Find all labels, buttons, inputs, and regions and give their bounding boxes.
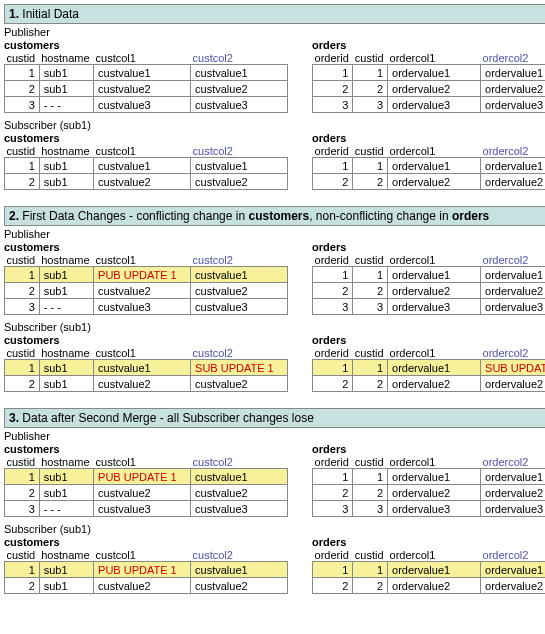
col-custid: custid (353, 145, 388, 158)
cell-ordercol2: ordervalue2 (481, 81, 545, 97)
cell-custid: 3 (353, 299, 388, 315)
cell-ordercol2: ordervalue2 (481, 578, 545, 594)
customers-table-pub: custidhostnamecustcol1custcol21sub1PUB U… (4, 254, 288, 315)
cell-orderid: 3 (313, 97, 353, 113)
cell-custid: 1 (353, 158, 388, 174)
cell-custcol1: PUB UPDATE 1 (94, 562, 191, 578)
col-custcol2: custcol2 (191, 549, 288, 562)
section-number: 1. (9, 7, 19, 21)
col-hostname: hostname (39, 456, 93, 469)
col-ordercol2: ordercol2 (481, 145, 545, 158)
cell-ordercol1: ordervalue1 (388, 267, 481, 283)
col-custcol1: custcol1 (94, 52, 191, 65)
cell-custcol2: custvalue1 (191, 562, 288, 578)
col-custcol2: custcol2 (191, 456, 288, 469)
col-orderid: orderid (313, 549, 353, 562)
cell-custid: 1 (353, 360, 388, 376)
cell-custid: 1 (353, 562, 388, 578)
customers-table-sub: custidhostnamecustcol1custcol21sub1custv… (4, 347, 288, 392)
cell-ordercol2: ordervalue2 (481, 174, 545, 190)
table-row: 1sub1custvalue1custvalue1 (5, 158, 288, 174)
section-header-1: 1. Initial Data (4, 4, 545, 24)
col-orderid: orderid (313, 52, 353, 65)
customers-title: customers (4, 536, 288, 548)
cell-orderid: 2 (313, 485, 353, 501)
cell-custcol2: custvalue1 (191, 469, 288, 485)
cell-orderid: 3 (313, 501, 353, 517)
cell-custcol1: custvalue2 (94, 283, 191, 299)
cell-ordercol1: ordervalue2 (388, 376, 481, 392)
col-ordercol2: ordercol2 (481, 347, 545, 360)
col-custcol1: custcol1 (94, 145, 191, 158)
cell-orderid: 2 (313, 283, 353, 299)
table-row: 22ordervalue2ordervalue2 (313, 376, 545, 392)
section-title: First Data Changes - conflicting change … (19, 209, 489, 223)
col-custid: custid (353, 52, 388, 65)
cell-custid: 2 (5, 485, 40, 501)
table-row: 2sub1custvalue2custvalue2 (5, 578, 288, 594)
cell-custcol2: custvalue3 (191, 501, 288, 517)
cell-custid: 2 (5, 174, 40, 190)
table-row: 11ordervalue1ordervalue1 (313, 65, 545, 81)
cell-custcol1: custvalue2 (94, 174, 191, 190)
section-header-3: 3. Data after Second Merge - all Subscri… (4, 408, 545, 428)
cell-custcol1: custvalue2 (94, 81, 191, 97)
table-row: 33ordervalue3ordervalue3 (313, 501, 545, 517)
cell-custid: 2 (353, 376, 388, 392)
table-row: 2sub1custvalue2custvalue2 (5, 485, 288, 501)
col-custid: custid (353, 549, 388, 562)
col-orderid: orderid (313, 456, 353, 469)
cell-hostname: sub1 (39, 360, 93, 376)
cell-orderid: 1 (313, 360, 353, 376)
cell-hostname: - - - (39, 501, 93, 517)
orders-title: orders (312, 132, 545, 144)
customers-title: customers (4, 132, 288, 144)
section-title: Data after Second Merge - all Subscriber… (19, 411, 314, 425)
col-ordercol1: ordercol1 (388, 52, 481, 65)
cell-ordercol1: ordervalue2 (388, 283, 481, 299)
cell-custcol2: custvalue3 (191, 299, 288, 315)
table-row: 11ordervalue1ordervalue1 (313, 158, 545, 174)
customers-table-sub: custidhostnamecustcol1custcol21sub1PUB U… (4, 549, 288, 594)
customers-table-sub: custidhostnamecustcol1custcol21sub1custv… (4, 145, 288, 190)
cell-ordercol2: ordervalue3 (481, 299, 545, 315)
customers-title: customers (4, 241, 288, 253)
table-row: 2sub1custvalue2custvalue2 (5, 174, 288, 190)
cell-custcol2: custvalue2 (191, 376, 288, 392)
subscriber-label: Subscriber (sub1) (4, 523, 545, 535)
cell-custid: 2 (353, 578, 388, 594)
cell-hostname: sub1 (39, 283, 93, 299)
col-ordercol1: ordercol1 (388, 347, 481, 360)
publisher-tables: customerscustidhostnamecustcol1custcol21… (4, 240, 545, 315)
col-custcol1: custcol1 (94, 254, 191, 267)
cell-hostname: sub1 (39, 578, 93, 594)
cell-ordercol2: SUB UPDATE 1 (481, 360, 545, 376)
col-custid: custid (5, 456, 40, 469)
publisher-tables: customerscustidhostnamecustcol1custcol21… (4, 442, 545, 517)
col-custid: custid (5, 145, 40, 158)
table-row: 2sub1custvalue2custvalue2 (5, 283, 288, 299)
cell-custid: 2 (353, 283, 388, 299)
col-custcol2: custcol2 (191, 347, 288, 360)
col-ordercol2: ordercol2 (481, 549, 545, 562)
table-row: 1sub1PUB UPDATE 1custvalue1 (5, 469, 288, 485)
orders-title: orders (312, 39, 545, 51)
cell-custid: 2 (5, 578, 40, 594)
cell-hostname: sub1 (39, 267, 93, 283)
subscriber-label: Subscriber (sub1) (4, 321, 545, 333)
cell-custid: 1 (5, 360, 40, 376)
cell-ordercol1: ordervalue3 (388, 97, 481, 113)
col-hostname: hostname (39, 52, 93, 65)
diagram-root: 1. Initial DataPublishercustomerscustidh… (4, 4, 545, 594)
cell-custcol2: SUB UPDATE 1 (191, 360, 288, 376)
cell-custcol1: custvalue3 (94, 299, 191, 315)
col-custcol1: custcol1 (94, 456, 191, 469)
col-custid: custid (353, 347, 388, 360)
cell-ordercol1: ordervalue2 (388, 174, 481, 190)
col-custid: custid (5, 254, 40, 267)
cell-orderid: 1 (313, 562, 353, 578)
orders-title: orders (312, 334, 545, 346)
cell-custcol2: custvalue1 (191, 267, 288, 283)
col-custid: custid (5, 549, 40, 562)
publisher-label: Publisher (4, 228, 545, 240)
